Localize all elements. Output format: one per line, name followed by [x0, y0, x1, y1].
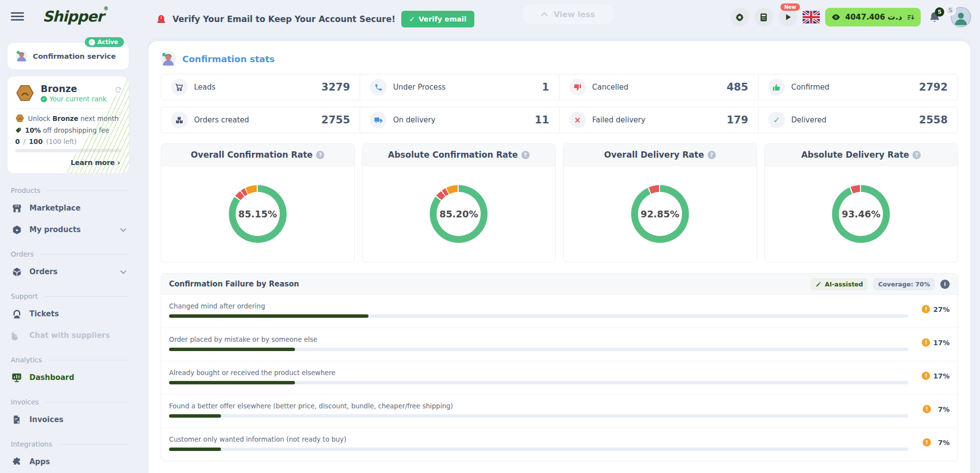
active-status-badge: ✓ Active [85, 37, 124, 47]
failure-bar-fill [169, 348, 295, 351]
chat-bubble-icon [11, 330, 23, 341]
notifications-button[interactable]: 5 [928, 11, 941, 24]
headset-icon [11, 308, 23, 320]
failure-percent: ! 7% [923, 405, 950, 413]
unlock-line: Unlock Bronze next month [15, 114, 121, 123]
calculator-button[interactable] [755, 8, 773, 26]
sidebar-nav: Products Marketplace My products Orders … [7, 187, 129, 473]
registered-mark: ® [103, 6, 108, 11]
help-icon[interactable]: ? [912, 151, 921, 159]
failure-percent: ! 17% [922, 338, 950, 347]
failure-row: Changed mind after ordering ! 27% [161, 295, 957, 328]
confirmation-failure-card: Confirmation Failure by Reason AI-assist… [161, 273, 958, 461]
refresh-icon[interactable] [115, 86, 122, 94]
verify-email-button[interactable]: ✓ Verify email [401, 11, 474, 27]
stat-failed-delivery: × Failed delivery 179 [560, 107, 759, 133]
help-icon[interactable]: ? [521, 151, 530, 159]
svg-text:$: $ [17, 420, 20, 424]
check-icon: ✓ [768, 112, 785, 128]
x-icon: × [569, 112, 586, 128]
hamburger-menu-icon[interactable] [11, 10, 24, 23]
help-icon[interactable]: ? [316, 151, 324, 159]
rank-progress-bar [15, 149, 121, 152]
stat-confirmed: Confirmed 2792 [759, 74, 957, 100]
warning-icon: ! [922, 372, 930, 380]
donut-chart: 85.20% [363, 166, 556, 262]
support-agent-avatar [161, 51, 176, 67]
invoice-icon: $ [11, 414, 23, 426]
play-icon [784, 13, 792, 22]
banner-message: Verify Your Email to Keep Your Account S… [172, 14, 395, 24]
confirmation-service-card[interactable]: Confirmation service ✓ Active [7, 42, 129, 70]
check-icon: ✓ [89, 39, 95, 46]
perk-line: 10% off dropshipping fee [15, 126, 121, 134]
check-icon: ✓ [41, 96, 47, 102]
failure-bar-fill [169, 414, 221, 418]
sidebar-header: Shipper® [7, 0, 129, 32]
notification-count-badge: 5 [935, 7, 944, 17]
failure-bar-fill [169, 314, 368, 318]
magic-wand-icon [815, 281, 822, 287]
chevron-up-icon [541, 12, 548, 19]
nav-section-analytics: Analytics [7, 356, 129, 364]
tutorial-play-button[interactable]: New [779, 8, 797, 26]
new-badge: New [780, 3, 800, 11]
main-column: Verify Your Email to Keep Your Account S… [136, 0, 980, 473]
sidebar-item-orders[interactable]: Orders [7, 261, 129, 283]
absolute-confirmation-rate-card: Absolute Confirmation Rate ? 85.20% [362, 143, 556, 262]
language-flag-uk[interactable] [803, 11, 820, 24]
failure-bar-track [169, 348, 908, 351]
failure-bar-track [169, 314, 908, 318]
settings-gear-button[interactable] [731, 8, 749, 26]
learn-more-link[interactable]: Learn more › [15, 157, 121, 168]
warning-icon: ! [923, 405, 931, 413]
sidebar-item-dashboard[interactable]: Dashboard [7, 367, 129, 388]
stats-row-2: Orders created 2755 On delivery 11 × Fai… [161, 107, 958, 133]
stats-row-1: Leads 3279 Under Process 1 Cancelled 485… [161, 74, 958, 100]
user-avatar[interactable]: S [951, 7, 971, 27]
stat-under-process: Under Process 1 [360, 74, 559, 100]
page-title: Confirmation stats [161, 41, 958, 67]
sidebar-item-my-products[interactable]: My products [7, 219, 129, 240]
view-less-button[interactable]: View less [522, 4, 614, 24]
product-box-icon [11, 224, 23, 236]
sidebar-item-marketplace[interactable]: Marketplace [7, 197, 129, 219]
chevron-down-icon [120, 268, 126, 274]
stat-leads: Leads 3279 [161, 74, 360, 100]
sidebar-item-tickets[interactable]: Tickets [7, 303, 129, 325]
sidebar-item-chat-with-suppliers[interactable]: Chat with suppliers [7, 325, 129, 346]
verify-email-banner: Verify Your Email to Keep Your Account S… [156, 11, 474, 27]
donut-chart: 93.46% [765, 166, 958, 262]
failure-bar-fill [169, 448, 221, 451]
card-header: Overall Confirmation Rate ? [161, 144, 354, 166]
help-icon[interactable]: ? [708, 151, 716, 159]
bronze-hexagon-icon [15, 114, 24, 123]
thumbs-down-icon [569, 79, 586, 95]
eye-icon [831, 12, 841, 22]
stat-delivered: ✓ Delivered 2558 [759, 107, 957, 133]
ai-assisted-badge: AI-assisted [810, 278, 868, 290]
failure-row: Order placed by mistake or by someone el… [161, 328, 957, 361]
donut-value: 85.15% [229, 185, 287, 243]
nav-section-products: Products [7, 187, 129, 194]
card-header: Absolute Confirmation Rate ? [363, 144, 556, 166]
stat-on-delivery: On delivery 11 [360, 107, 559, 133]
rate-cards: Overall Confirmation Rate ? 85.15% Absol… [161, 143, 958, 262]
donut-value: 85.20% [430, 185, 488, 243]
sidebar: Shipper® Confirmation service ✓ Active B… [0, 0, 136, 473]
current-rank-label: ✓ Your current rank [41, 95, 106, 103]
rank-header: Bronze ✓ Your current rank [15, 83, 121, 103]
app-logo[interactable]: Shipper® [43, 8, 108, 25]
absolute-delivery-rate-card: Absolute Delivery Rate ? 93.46% [764, 143, 958, 262]
rank-name: Bronze [41, 83, 106, 94]
wallet-balance[interactable]: 4047.406 د.ت [825, 8, 921, 26]
nav-section-orders: Orders [7, 250, 129, 258]
sidebar-item-invoices[interactable]: $ Invoices [7, 409, 129, 430]
info-icon[interactable]: i [940, 280, 950, 289]
progress-line: 0 / 100 (100 left) [15, 138, 121, 145]
failure-bar-track [169, 448, 908, 451]
failure-row: Already bought or received the product e… [161, 361, 957, 395]
overall-delivery-rate-card: Overall Delivery Rate ? 92.85% [563, 143, 757, 262]
sidebar-item-apps[interactable]: Apps [7, 451, 129, 473]
avatar-initial-badge: S [945, 4, 956, 16]
